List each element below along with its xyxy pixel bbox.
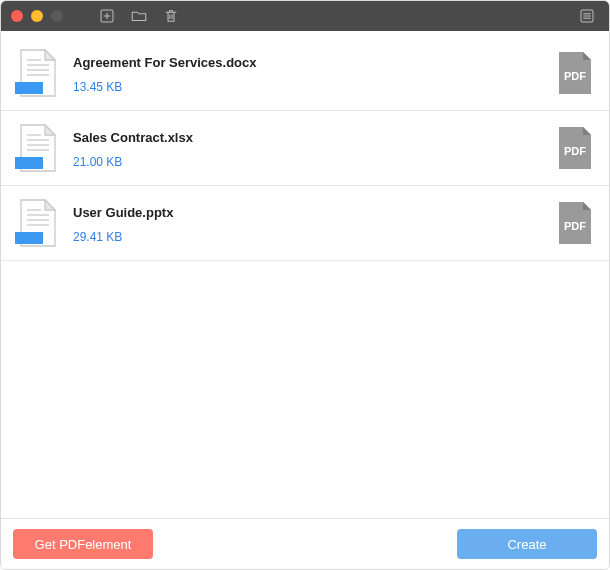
file-meta: Agreement For Services.docx 13.45 KB: [73, 53, 539, 94]
add-file-button[interactable]: [95, 4, 119, 28]
file-row[interactable]: Sales Contract.xlsx 21.00 KB PDF: [1, 111, 609, 186]
file-row[interactable]: User Guide.pptx 29.41 KB PDF: [1, 186, 609, 261]
get-pdfelement-button[interactable]: Get PDFelement: [13, 529, 153, 559]
file-name: User Guide.pptx: [73, 205, 539, 220]
pdf-label: PDF: [564, 70, 586, 82]
output-format-icon: PDF: [555, 50, 595, 96]
document-icon: [15, 48, 57, 98]
minimize-window-button[interactable]: [31, 10, 43, 22]
file-name: Agreement For Services.docx: [73, 55, 539, 70]
pdf-label: PDF: [564, 145, 586, 157]
window-controls: [11, 10, 63, 22]
file-size: 29.41 KB: [73, 230, 539, 244]
file-meta: Sales Contract.xlsx 21.00 KB: [73, 128, 539, 169]
folder-icon: [130, 7, 148, 25]
open-folder-button[interactable]: [127, 4, 151, 28]
file-list: Agreement For Services.docx 13.45 KB PDF: [1, 31, 609, 518]
svg-rect-13: [15, 82, 43, 94]
file-meta: User Guide.pptx 29.41 KB: [73, 203, 539, 244]
output-format-icon: PDF: [555, 200, 595, 246]
file-name: Sales Contract.xlsx: [73, 130, 539, 145]
svg-rect-23: [15, 232, 43, 244]
add-file-icon: [98, 7, 116, 25]
footer: Get PDFelement Create: [1, 518, 609, 569]
list-view-button[interactable]: [575, 4, 599, 28]
svg-rect-18: [15, 157, 43, 169]
document-icon: [15, 198, 57, 248]
create-button[interactable]: Create: [457, 529, 597, 559]
delete-button[interactable]: [159, 4, 183, 28]
trash-icon: [162, 7, 180, 25]
close-window-button[interactable]: [11, 10, 23, 22]
pdf-label: PDF: [564, 220, 586, 232]
titlebar: [1, 1, 609, 31]
document-icon: [15, 123, 57, 173]
output-format-icon: PDF: [555, 125, 595, 171]
file-row[interactable]: Agreement For Services.docx 13.45 KB PDF: [1, 36, 609, 111]
app-window: Agreement For Services.docx 13.45 KB PDF: [0, 0, 610, 570]
maximize-window-button[interactable]: [51, 10, 63, 22]
file-size: 21.00 KB: [73, 155, 539, 169]
file-size: 13.45 KB: [73, 80, 539, 94]
list-icon: [578, 7, 596, 25]
